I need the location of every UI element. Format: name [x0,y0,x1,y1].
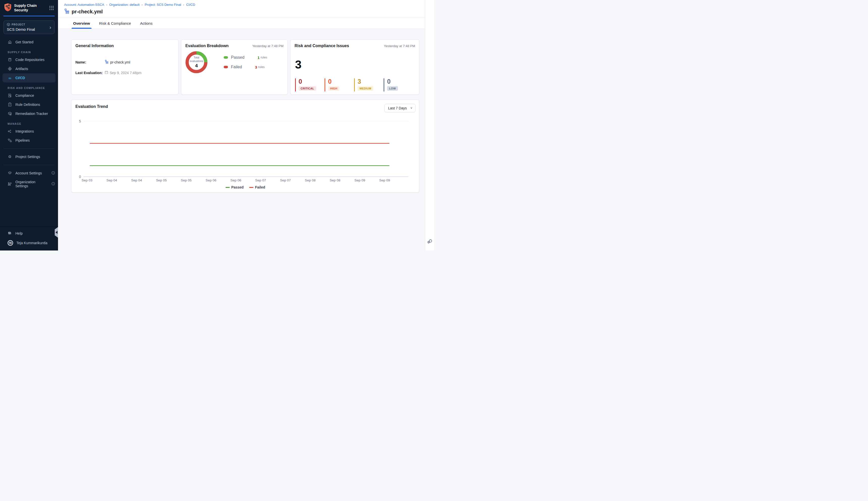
severity-badge: MEDIUM [358,86,373,91]
total-issues-value: 3 [295,58,302,71]
donut-total-value: 4 [195,63,198,68]
repository-icon [8,57,12,62]
infinity-icon: ∞ [8,76,12,80]
title-row: pr-check.yml [64,8,425,15]
sidebar-item-remediation-tracker[interactable]: Remediation Tracker [0,109,58,118]
sidebar-item-organization-settings[interactable]: Organization Settings [0,178,58,190]
app-switcher-icon[interactable] [49,5,54,11]
donut-center-label: Total evaluations [188,56,205,63]
app-title: Supply Chain Security [14,3,46,12]
svg-text:Sep 03: Sep 03 [82,179,93,182]
evaluations-donut-chart: Total evaluations 4 [184,50,209,75]
svg-text:Sep 04: Sep 04 [106,179,117,182]
artifacts-icon [8,66,12,71]
tab-overview[interactable]: Overview [73,21,90,29]
svg-text:Sep 08: Sep 08 [330,179,341,182]
svg-text:Sep 06: Sep 06 [206,179,216,182]
failed-count: 3 [254,65,257,69]
project-name: SCS Demo Final [7,27,51,32]
breadcrumb-account[interactable]: Account: Automation-SSCA [64,3,104,7]
project-selector[interactable]: PROJECT SCS Demo Final › [3,20,54,34]
failed-swatch-icon [224,66,228,68]
severity-badge: HIGH [328,86,339,91]
sidebar: Supply Chain Security PROJECT SCS Demo F… [0,0,58,250]
tab-actions[interactable]: Actions [140,21,152,29]
help-chat-icon: ? [8,231,12,236]
breadcrumb-separator: › [142,3,143,7]
passed-swatch-icon [224,56,228,59]
nav-divider [3,165,54,165]
chevron-right-icon: › [50,24,51,30]
general-information-card: General Information Name: [71,39,179,95]
breakdown-legend: Passed 1 rules Failed 3 rules [224,55,267,69]
card-title: General Information [75,44,174,48]
app-logo-row: Supply Chain Security [0,0,58,15]
right-rail [425,0,434,250]
nav-section-manage: MANAGE [0,118,58,127]
gear-icon: ⚙ [8,154,12,159]
page-content: General Information Name: [58,29,425,193]
evaluation-trend-chart: 50Sep 03Sep 04Sep 04Sep 05Sep 05Sep 06Se… [71,100,419,192]
svg-text:Sep 07: Sep 07 [255,179,266,182]
sidebar-item-artifacts[interactable]: Artifacts [0,64,58,73]
sidebar-accent-divider [3,15,55,17]
severity-badge: LOW [387,86,398,91]
svg-text:Sep 09: Sep 09 [355,179,365,182]
sidebar-item-account-settings[interactable]: Account Settings [0,169,58,178]
svg-text:Failed: Failed [255,185,265,189]
svg-text:Sep 09: Sep 09 [379,179,390,182]
severity-critical: 0 CRITICAL [295,78,316,92]
sidebar-item-compliance[interactable]: Compliance [0,91,58,100]
svg-text:Sep 05: Sep 05 [181,179,192,182]
sidebar-item-rule-definitions[interactable]: Rule Definitions [0,100,58,109]
sidebar-item-project-settings[interactable]: ⚙ Project Settings [0,152,58,161]
info-icon[interactable] [51,171,55,175]
sidebar-footer: ? Help TK Teja Kummarikuntla [0,226,58,250]
page-title: pr-check.yml [72,9,103,14]
sidebar-item-cicd[interactable]: ∞ CI/CD [2,73,55,82]
card-timestamp: Yesterday at 7:48 PM [384,44,415,48]
nav-divider [3,148,54,149]
nav-section-supply-chain: SUPPLY CHAIN [0,46,58,55]
legend-row-failed: Failed 3 rules [224,65,267,69]
breadcrumb-organization[interactable]: Organization: default [109,3,139,7]
svg-text:?: ? [9,232,10,234]
svg-text:Passed: Passed [231,185,244,189]
evaluation-trend-card: Evaluation Trend Last 7 Days ∨ 50Sep 03S… [71,99,419,193]
org-chart-gear-icon [8,182,12,186]
sidebar-item-code-repositories[interactable]: Code Repositories [0,55,58,64]
svg-text:Sep 06: Sep 06 [230,179,241,182]
sidebar-nav: Get Started SUPPLY CHAIN Code Repositori… [0,38,58,226]
help-button[interactable]: ? Help [0,229,58,238]
pipeline-dag-icon [105,60,109,64]
app-root: Supply Chain Security PROJECT SCS Demo F… [0,0,434,250]
home-icon [8,40,12,44]
breadcrumb-separator: › [106,3,107,7]
shield-logo-icon [4,3,12,13]
main-area: Account: Automation-SSCA › Organization:… [58,0,425,250]
project-label-row: PROJECT [7,23,51,26]
info-icon[interactable] [51,182,55,186]
pipeline-dag-icon [64,8,70,15]
svg-text:Sep 08: Sep 08 [305,179,316,182]
breadcrumb-project[interactable]: Project: SCS Demo Final [145,3,181,7]
severity-high: 0 HIGH [325,78,346,92]
breadcrumb-cicd[interactable]: CI/CD [186,3,195,7]
risk-compliance-issues-card: Risk and Compliance Issues Yesterday at … [290,39,419,95]
sidebar-item-get-started[interactable]: Get Started [0,38,58,46]
last-evaluation-value: Sep 9, 2024 7:48pm [110,71,142,75]
legend-row-passed: Passed 1 rules [224,55,267,60]
user-menu[interactable]: TK Teja Kummarikuntla [0,238,58,248]
svg-text:Sep 04: Sep 04 [131,179,142,182]
svg-text:5: 5 [79,119,81,123]
sidebar-item-pipelines[interactable]: Pipelines [0,136,58,145]
support-chat-icon[interactable] [427,239,432,245]
pipelines-icon [8,138,12,143]
sidebar-item-integrations[interactable]: Integrations [0,127,58,136]
tab-risk-compliance[interactable]: Risk & Compliance [99,21,131,29]
page-header: Account: Automation-SSCA › Organization:… [58,0,425,18]
pipeline-name-value: pr-check.yml [110,60,130,64]
last-evaluation-row: Last Evaluation: Sep 9, 2024 7:48pm [75,71,174,75]
clipboard-check-icon [8,102,12,107]
layers-gear-icon [8,171,12,175]
